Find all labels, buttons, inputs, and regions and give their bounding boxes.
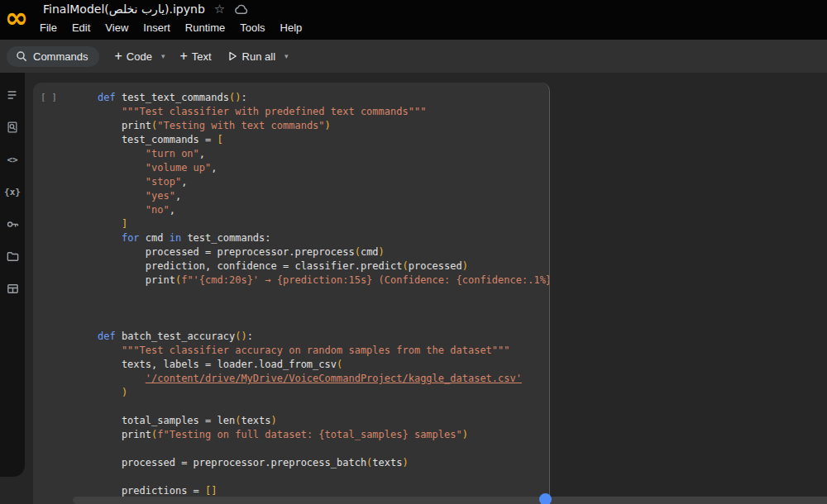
- play-icon: [227, 50, 238, 62]
- cell-run-button[interactable]: [ ]: [41, 92, 57, 102]
- find-and-replace-icon[interactable]: [5, 120, 20, 135]
- star-icon[interactable]: ☆: [214, 2, 225, 17]
- title-row: FinalModel(يارب نخلص).ipynb ☆: [43, 2, 249, 17]
- add-code-button[interactable]: + Code ▾: [114, 50, 165, 63]
- menu-help[interactable]: Help: [279, 20, 304, 36]
- code-line: ): [98, 386, 550, 400]
- code-line: def test_text_commands():: [98, 91, 550, 105]
- cell-divider-handle[interactable]: [539, 493, 552, 504]
- code-line: for cmd in test_commands:: [98, 231, 550, 245]
- notebook-title[interactable]: FinalModel(يارب نخلص).ipynb: [43, 2, 205, 16]
- code-line: [98, 316, 550, 330]
- code-line: [98, 302, 550, 316]
- toolbar: Commands + Code ▾ + Text Run all ▾: [0, 40, 827, 73]
- menu-file[interactable]: File: [38, 20, 59, 36]
- code-line: print(f"Testing on full dataset: {total_…: [98, 428, 550, 442]
- code-line: total_samples = len(texts): [98, 414, 550, 428]
- drive-cloud-icon[interactable]: [234, 3, 249, 15]
- code-line: [98, 288, 550, 302]
- code-line: "no",: [98, 203, 550, 217]
- menu-edit[interactable]: Edit: [70, 20, 92, 36]
- run-all-button[interactable]: Run all ▾: [227, 50, 289, 63]
- code-line: "stop",: [98, 175, 550, 189]
- variable-inspector-icon[interactable]: {x}: [5, 184, 20, 199]
- code-line: [98, 470, 550, 484]
- code-line: "volume up",: [98, 161, 550, 175]
- table-of-contents-icon[interactable]: [5, 88, 20, 102]
- code-line: [98, 442, 550, 456]
- add-text-label: Text: [192, 50, 212, 63]
- code-line: ]: [98, 217, 550, 231]
- plus-icon: +: [114, 50, 122, 62]
- colab-logo-icon[interactable]: ∞: [0, 0, 35, 36]
- search-icon: [16, 50, 27, 62]
- horizontal-scrollbar[interactable]: [73, 497, 827, 504]
- code-line: def batch_test_accuracy():: [98, 330, 550, 344]
- add-text-button[interactable]: + Text: [179, 50, 211, 63]
- run-all-label: Run all: [242, 50, 275, 63]
- left-sidebar: <> {x}: [0, 73, 25, 477]
- code-line: print(f"'{cmd:20s}' → {prediction:15s} (…: [98, 273, 550, 288]
- commands-button[interactable]: Commands: [7, 46, 99, 67]
- chevron-down-icon[interactable]: ▾: [161, 52, 165, 60]
- code-snippets-icon[interactable]: <>: [5, 152, 20, 167]
- code-line: "yes",: [98, 189, 550, 203]
- files-folder-icon[interactable]: [5, 249, 20, 264]
- code-line: test_commands = [: [98, 133, 550, 147]
- plus-icon: +: [179, 50, 187, 62]
- code-line: processed = preprocessor.preprocess_batc…: [98, 456, 550, 470]
- menu-tools[interactable]: Tools: [238, 20, 266, 36]
- menu-insert[interactable]: Insert: [141, 20, 172, 36]
- header: ∞ FinalModel(يارب نخلص).ipynb ☆ File Edi…: [0, 0, 827, 40]
- code-line: prediction, confidence = classifier.pred…: [98, 259, 550, 273]
- code-line: print("Testing with text commands"): [98, 119, 550, 133]
- code-line: '/content/drive/MyDrive/VoiceCommandProj…: [98, 372, 550, 386]
- menu-runtime[interactable]: Runtime: [184, 20, 227, 36]
- code-cell[interactable]: [ ] def test_text_commands(): """Test cl…: [33, 83, 550, 504]
- menu-view[interactable]: View: [103, 20, 130, 36]
- code-line: texts, labels = loader.load_from_csv(: [98, 358, 550, 372]
- colab-window: ∞ FinalModel(يارب نخلص).ipynb ☆ File Edi…: [0, 0, 827, 504]
- chevron-down-icon[interactable]: ▾: [284, 52, 289, 60]
- code-lines[interactable]: def test_text_commands(): """Test classi…: [98, 91, 550, 498]
- code-line: [98, 400, 550, 414]
- add-code-label: Code: [127, 50, 152, 63]
- code-line: "turn on",: [98, 147, 550, 161]
- code-line: processed = preprocessor.preprocess(cmd): [98, 245, 550, 259]
- code-line: """Test classifier with predefined text …: [98, 105, 550, 119]
- data-table-icon[interactable]: [5, 281, 20, 296]
- secrets-key-icon[interactable]: [5, 216, 20, 231]
- commands-label: Commands: [33, 50, 88, 63]
- code-line: """Test classifier accuracy on random sa…: [98, 344, 550, 358]
- menu-bar: File Edit View Insert Runtime Tools Help: [38, 20, 304, 36]
